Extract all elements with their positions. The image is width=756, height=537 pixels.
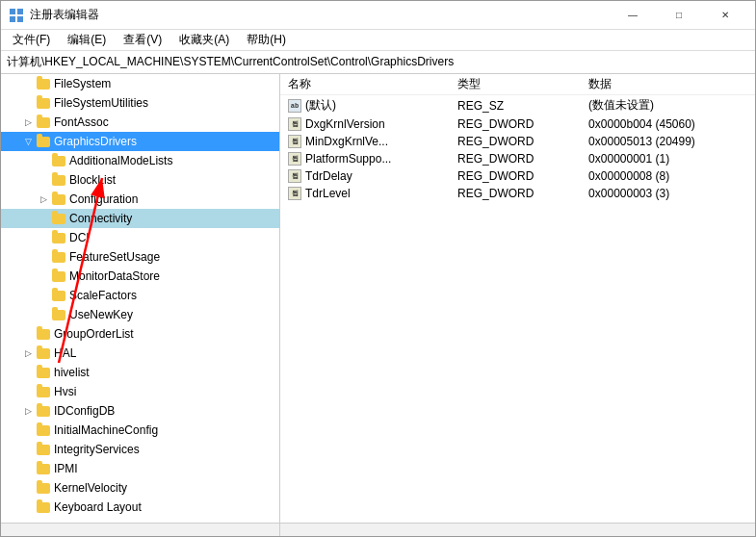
tree-item-hvsi[interactable]: Hvsi <box>1 382 279 401</box>
tree-item-ipmi[interactable]: IPMI <box>1 459 279 478</box>
col-header-type: 类型 <box>450 74 581 95</box>
tree-item-featuresetusage[interactable]: FeatureSetUsage <box>1 247 279 267</box>
detail-cell-name: ab(默认) <box>280 95 450 115</box>
folder-icon-integrityservices <box>36 443 51 456</box>
tree-label-usenewkey: UseNewKey <box>69 308 133 321</box>
detail-cell-type: REG_SZ <box>450 95 581 116</box>
tree-item-additionalmodelists[interactable]: AdditionalModeLists <box>1 151 279 170</box>
folder-icon-hivelist <box>36 366 51 379</box>
table-row[interactable]: 됩TdrDelayREG_DWORD0x00000008 (8) <box>280 167 755 185</box>
detail-cell-type: REG_DWORD <box>450 115 581 133</box>
minimize-button[interactable]: — <box>611 1 655 30</box>
folder-icon-scalefactors <box>51 289 66 302</box>
address-bar: 计算机\HKEY_LOCAL_MACHINE\SYSTEM\CurrentCon… <box>1 51 755 74</box>
tree-label-kernelvelocity: KernelVelocity <box>54 481 127 495</box>
tree-item-integrityservices[interactable]: IntegrityServices <box>1 440 279 459</box>
expander-monitordatastore <box>36 268 51 284</box>
svg-rect-1 <box>17 9 23 14</box>
tree-item-dci[interactable]: DCI <box>1 228 279 247</box>
table-row[interactable]: 됩DxgKrnlVersionREG_DWORD0x0000b004 (4506… <box>280 115 755 133</box>
table-row[interactable]: 됩MinDxgKrnlVe...REG_DWORD0x00005013 (204… <box>280 133 755 150</box>
tree-item-initialmachineconfig[interactable]: InitialMachineConfig <box>1 421 279 440</box>
detail-cell-data: 0x00000003 (3) <box>581 185 755 202</box>
folder-icon-hvsi <box>36 385 51 398</box>
detail-cell-data: 0x00005013 (20499) <box>581 133 755 150</box>
tree-item-usenewkey[interactable]: UseNewKey <box>1 305 279 324</box>
detail-cell-name: 됩PlatformSuppo... <box>280 150 450 167</box>
tree-item-hivelist[interactable]: hivelist <box>1 363 279 382</box>
folder-icon-featuresetusage <box>51 250 66 264</box>
detail-panel[interactable]: 名称 类型 数据 ab(默认)REG_SZ(数值未设置)됩DxgKrnlVers… <box>280 74 755 523</box>
tree-hscroll[interactable] <box>1 524 280 536</box>
expander-fontassoc: ▷ <box>20 115 36 130</box>
tree-item-blocklist[interactable]: BlockList <box>1 170 279 190</box>
folder-icon-fontassoc <box>36 115 51 129</box>
tree-item-graphicsdrivers[interactable]: ▽ GraphicsDrivers <box>1 132 279 151</box>
tree-label-ipmi: IPMI <box>54 462 78 475</box>
table-row[interactable]: 됩TdrLevelREG_DWORD0x00000003 (3) <box>280 185 755 202</box>
tree-item-monitordatastore[interactable]: MonitorDataStore <box>1 267 279 286</box>
svg-rect-2 <box>10 16 15 22</box>
detail-cell-name: 됩TdrLevel <box>280 185 450 202</box>
folder-icon-ipmi <box>36 462 51 475</box>
svg-rect-0 <box>10 9 15 14</box>
detail-cell-name: 됩DxgKrnlVersion <box>280 115 450 133</box>
expander-filesystem <box>20 76 36 91</box>
tree-item-scalefactors[interactable]: ScaleFactors <box>1 286 279 305</box>
tree-item-idconfigdb[interactable]: ▷ IDConfigDB <box>1 401 279 421</box>
table-row[interactable]: 됩PlatformSuppo...REG_DWORD0x00000001 (1) <box>280 150 755 167</box>
tree-panel[interactable]: FileSystem FileSystemUtilities ▷ FontAss… <box>1 74 280 523</box>
expander-featuresetusage <box>36 249 51 265</box>
menu-edit[interactable]: 编辑(E) <box>60 31 114 50</box>
tree-item-hal[interactable]: ▷ HAL <box>1 344 279 363</box>
folder-icon-idconfigdb <box>36 404 51 418</box>
folder-icon-monitordatastore <box>51 269 66 283</box>
detail-cell-name: 됩MinDxgKrnlVe... <box>280 133 450 150</box>
detail-table: 名称 类型 数据 ab(默认)REG_SZ(数值未设置)됩DxgKrnlVers… <box>280 74 755 202</box>
expander-scalefactors <box>36 288 51 303</box>
folder-icon-usenewkey <box>51 308 66 321</box>
close-button[interactable]: ✕ <box>703 1 747 30</box>
menu-file[interactable]: 文件(F) <box>5 31 58 50</box>
detail-cell-name: 됩TdrDelay <box>280 167 450 185</box>
expander-additionalmodelists <box>36 153 51 168</box>
tree-item-keyboardlayout[interactable]: Keyboard Layout <box>1 498 279 517</box>
folder-icon-blocklist <box>51 173 66 187</box>
col-header-name: 名称 <box>280 74 450 95</box>
tree-item-configuration[interactable]: ▷ Configuration <box>1 190 279 209</box>
detail-cell-type: REG_DWORD <box>450 133 581 150</box>
content-area: FileSystem FileSystemUtilities ▷ FontAss… <box>1 74 755 523</box>
svg-rect-3 <box>17 16 23 22</box>
tree-label-grouporderlist: GroupOrderList <box>54 327 134 341</box>
table-row[interactable]: ab(默认)REG_SZ(数值未设置) <box>280 95 755 116</box>
scrollbar-area <box>1 523 755 536</box>
maximize-button[interactable]: □ <box>657 1 701 30</box>
menu-view[interactable]: 查看(V) <box>116 31 169 50</box>
tree-item-fontassoc[interactable]: ▷ FontAssoc <box>1 113 279 132</box>
tree-item-grouporderlist[interactable]: GroupOrderList <box>1 324 279 344</box>
expander-grouporderlist <box>20 326 36 342</box>
detail-cell-data: (数值未设置) <box>581 95 755 116</box>
title-controls: — □ ✕ <box>611 1 747 30</box>
tree-item-kernelvelocity[interactable]: KernelVelocity <box>1 478 279 498</box>
folder-icon-additionalmodelists <box>51 154 66 167</box>
detail-cell-data: 0x00000008 (8) <box>581 167 755 185</box>
address-bar-text: 计算机\HKEY_LOCAL_MACHINE\SYSTEM\CurrentCon… <box>7 54 454 70</box>
menu-help[interactable]: 帮助(H) <box>239 31 294 50</box>
expander-integrityservices <box>20 442 36 457</box>
tree-item-filesystem[interactable]: FileSystem <box>1 74 279 93</box>
detail-hscroll[interactable] <box>280 524 755 536</box>
menu-favorites[interactable]: 收藏夹(A) <box>171 31 237 50</box>
tree-item-filesystemutilities[interactable]: FileSystemUtilities <box>1 93 279 113</box>
folder-icon-graphicsdrivers <box>36 135 51 148</box>
folder-icon-hal <box>36 346 51 360</box>
expander-graphicsdrivers: ▽ <box>20 134 36 149</box>
tree-item-connectivity[interactable]: Connectivity <box>1 209 279 228</box>
detail-cell-data: 0x0000b004 (45060) <box>581 115 755 133</box>
expander-configuration: ▷ <box>36 192 51 207</box>
tree-label-connectivity: Connectivity <box>69 212 132 225</box>
tree-label-blocklist: BlockList <box>69 173 116 187</box>
folder-icon-filesystem <box>36 77 51 90</box>
tree-label-additionalmodelists: AdditionalModeLists <box>69 154 172 167</box>
tree-label-monitordatastore: MonitorDataStore <box>69 269 160 283</box>
